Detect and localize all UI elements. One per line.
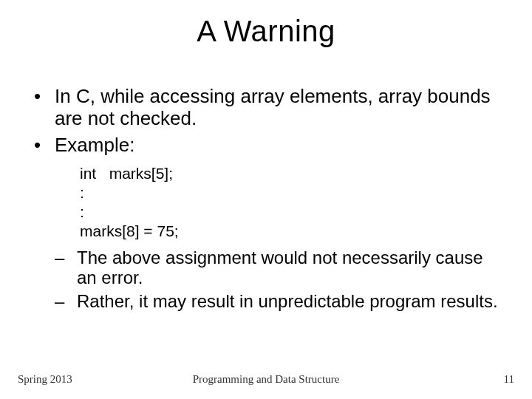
bullet-text: Example: xyxy=(55,134,502,157)
content-area: • In C, while accessing array elements, … xyxy=(34,86,502,314)
sub-bullet-text: Rather, it may result in unpredictable p… xyxy=(77,291,502,312)
bullet-marker: – xyxy=(55,248,77,288)
sub-bullet-text: The above assignment would not necessari… xyxy=(77,248,502,288)
slide-title: A Warning xyxy=(0,15,532,48)
bullet-marker: • xyxy=(34,86,55,130)
footer-center: Programming and Data Structure xyxy=(0,373,532,386)
bullet-item: • Example: xyxy=(34,134,502,157)
code-line: : xyxy=(80,202,502,222)
code-line: : xyxy=(80,183,502,202)
bullet-marker: • xyxy=(34,134,55,157)
slide: A Warning • In C, while accessing array … xyxy=(0,0,532,399)
code-block: int marks[5]; : : marks[8] = 75; xyxy=(80,164,502,242)
code-line: int marks[5]; xyxy=(80,164,502,183)
footer-page-number: 11 xyxy=(504,373,514,386)
bullet-text: In C, while accessing array elements, ar… xyxy=(55,86,502,130)
bullet-marker: – xyxy=(55,291,77,312)
sub-bullet-item: – The above assignment would not necessa… xyxy=(55,248,502,288)
sub-bullet-item: – Rather, it may result in unpredictable… xyxy=(55,291,502,312)
code-line: marks[8] = 75; xyxy=(80,222,502,241)
bullet-item: • In C, while accessing array elements, … xyxy=(34,86,502,130)
